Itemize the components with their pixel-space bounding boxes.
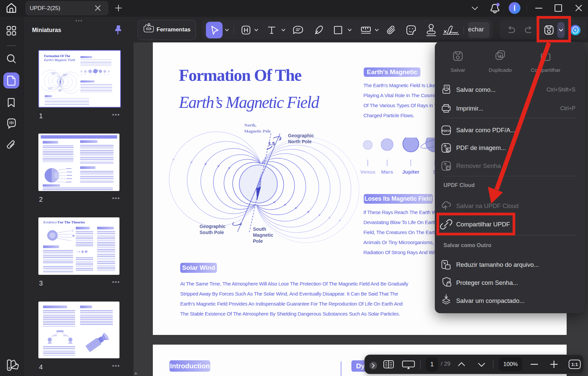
svg-text:North,: North,: [244, 123, 256, 128]
svg-text:Jupiter: Jupiter: [402, 169, 419, 175]
svg-text:South: South: [253, 226, 266, 232]
svg-text:PDF/A: PDF/A: [442, 129, 451, 133]
svg-text:Geographic: Geographic: [200, 224, 226, 229]
svg-text:1.5: 1.5: [268, 141, 275, 146]
svg-text:South Pole: South Pole: [200, 230, 224, 235]
svg-text:Pole: Pole: [253, 238, 263, 244]
svg-text:Geographic: Geographic: [288, 133, 314, 138]
svg-text:Magnetic Pole: Magnetic Pole: [244, 129, 271, 134]
svg-text:Magnetic: Magnetic: [253, 232, 273, 238]
svg-text:1:1: 1:1: [571, 362, 578, 367]
svg-text:North Pole: North Pole: [288, 139, 312, 144]
svg-text:Mars: Mars: [381, 169, 393, 175]
